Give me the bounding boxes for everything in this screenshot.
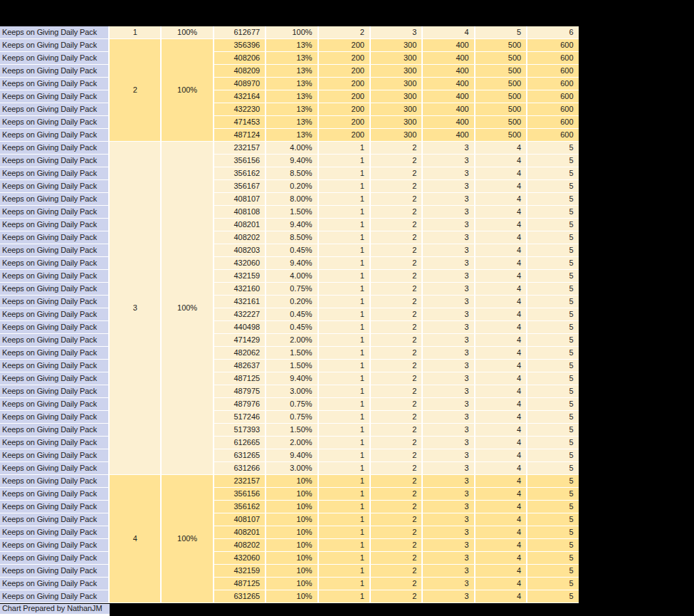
item-id-cell[interactable]: 440498 bbox=[214, 321, 265, 333]
row-label-cell[interactable]: Keeps on Giving Daily Pack bbox=[0, 103, 108, 115]
item-id-cell[interactable]: 408206 bbox=[214, 52, 265, 64]
value-cell[interactable]: 600 bbox=[527, 52, 578, 64]
value-cell[interactable]: 2 bbox=[371, 424, 421, 436]
row-label-cell[interactable]: Keeps on Giving Daily Pack bbox=[0, 26, 108, 38]
value-cell[interactable]: 5 bbox=[527, 155, 578, 167]
value-cell[interactable]: 400 bbox=[423, 78, 473, 90]
value-cell[interactable]: 3 bbox=[423, 513, 473, 526]
percent-cell[interactable]: 8.50% bbox=[266, 231, 317, 244]
value-cell[interactable]: 1 bbox=[319, 475, 369, 487]
value-cell[interactable]: 5 bbox=[527, 296, 578, 308]
value-cell[interactable]: 2 bbox=[371, 347, 421, 359]
item-id-cell[interactable]: 631265 bbox=[214, 449, 265, 461]
value-cell[interactable]: 4 bbox=[475, 219, 526, 231]
percent-cell[interactable]: 0.75% bbox=[266, 283, 317, 295]
value-cell[interactable]: 2 bbox=[371, 244, 421, 256]
value-cell[interactable]: 1 bbox=[319, 526, 369, 538]
value-cell[interactable]: 500 bbox=[475, 129, 526, 141]
value-cell[interactable]: 1 bbox=[319, 385, 369, 397]
percent-cell[interactable]: 10% bbox=[266, 501, 317, 513]
group-percent-cell[interactable]: 100% bbox=[162, 39, 212, 141]
value-cell[interactable]: 1 bbox=[319, 462, 369, 474]
value-cell[interactable]: 1 bbox=[319, 231, 369, 244]
value-cell[interactable]: 5 bbox=[527, 449, 578, 461]
value-cell[interactable]: 5 bbox=[527, 308, 578, 320]
value-cell[interactable]: 2 bbox=[371, 590, 421, 602]
value-cell[interactable]: 5 bbox=[527, 501, 578, 513]
value-cell[interactable]: 1 bbox=[319, 578, 369, 590]
item-id-cell[interactable]: 432227 bbox=[214, 308, 265, 320]
value-cell[interactable]: 5 bbox=[527, 552, 578, 564]
value-cell[interactable]: 4 bbox=[475, 308, 526, 320]
value-cell[interactable]: 5 bbox=[527, 411, 578, 423]
value-cell[interactable]: 3 bbox=[423, 590, 473, 602]
value-cell[interactable]: 2 bbox=[371, 539, 421, 551]
row-label-cell[interactable]: Keeps on Giving Daily Pack bbox=[0, 308, 108, 320]
value-cell[interactable]: 500 bbox=[475, 65, 526, 77]
percent-cell[interactable]: 13% bbox=[266, 90, 317, 103]
group-number-cell[interactable]: 4 bbox=[110, 475, 160, 602]
value-cell[interactable]: 500 bbox=[475, 52, 526, 64]
value-cell[interactable]: 1 bbox=[319, 167, 369, 179]
value-cell[interactable]: 400 bbox=[423, 65, 473, 77]
row-label-cell[interactable]: Keeps on Giving Daily Pack bbox=[0, 65, 108, 77]
percent-cell[interactable]: 10% bbox=[266, 552, 317, 564]
row-label-cell[interactable]: Keeps on Giving Daily Pack bbox=[0, 193, 108, 205]
value-cell[interactable]: 5 bbox=[527, 244, 578, 256]
percent-cell[interactable]: 10% bbox=[266, 565, 317, 577]
value-cell[interactable]: 2 bbox=[371, 385, 421, 397]
value-cell[interactable]: 4 bbox=[475, 578, 526, 590]
percent-cell[interactable]: 1.50% bbox=[266, 347, 317, 359]
value-cell[interactable]: 2 bbox=[371, 283, 421, 295]
item-id-cell[interactable]: 432060 bbox=[214, 552, 265, 564]
value-cell[interactable]: 5 bbox=[527, 219, 578, 231]
value-cell[interactable]: 2 bbox=[371, 552, 421, 564]
item-id-cell[interactable]: 487975 bbox=[214, 385, 265, 397]
value-cell[interactable]: 4 bbox=[475, 488, 526, 500]
item-id-cell[interactable]: 408201 bbox=[214, 526, 265, 538]
value-cell[interactable]: 1 bbox=[319, 565, 369, 577]
value-cell[interactable]: 500 bbox=[475, 90, 526, 103]
value-cell[interactable]: 4 bbox=[423, 26, 473, 38]
percent-cell[interactable]: 0.45% bbox=[266, 244, 317, 256]
value-cell[interactable]: 200 bbox=[319, 39, 369, 51]
value-cell[interactable]: 5 bbox=[527, 372, 578, 385]
value-cell[interactable]: 3 bbox=[423, 296, 473, 308]
value-cell[interactable]: 2 bbox=[371, 180, 421, 192]
row-label-cell[interactable]: Keeps on Giving Daily Pack bbox=[0, 565, 108, 577]
value-cell[interactable]: 200 bbox=[319, 78, 369, 90]
row-label-cell[interactable]: Keeps on Giving Daily Pack bbox=[0, 539, 108, 551]
row-label-cell[interactable]: Keeps on Giving Daily Pack bbox=[0, 526, 108, 538]
percent-cell[interactable]: 13% bbox=[266, 103, 317, 115]
value-cell[interactable]: 400 bbox=[423, 90, 473, 103]
value-cell[interactable]: 600 bbox=[527, 103, 578, 115]
value-cell[interactable]: 2 bbox=[371, 398, 421, 410]
percent-cell[interactable]: 10% bbox=[266, 539, 317, 551]
value-cell[interactable]: 3 bbox=[423, 424, 473, 436]
value-cell[interactable]: 5 bbox=[527, 270, 578, 282]
value-cell[interactable]: 3 bbox=[423, 308, 473, 320]
percent-cell[interactable]: 9.40% bbox=[266, 372, 317, 385]
value-cell[interactable]: 3 bbox=[423, 257, 473, 269]
value-cell[interactable]: 1 bbox=[319, 347, 369, 359]
value-cell[interactable]: 1 bbox=[319, 219, 369, 231]
percent-cell[interactable]: 10% bbox=[266, 475, 317, 487]
row-label-cell[interactable]: Keeps on Giving Daily Pack bbox=[0, 372, 108, 385]
value-cell[interactable]: 1 bbox=[319, 552, 369, 564]
row-label-cell[interactable]: Keeps on Giving Daily Pack bbox=[0, 552, 108, 564]
item-id-cell[interactable]: 432164 bbox=[214, 90, 265, 103]
item-id-cell[interactable]: 487125 bbox=[214, 578, 265, 590]
item-id-cell[interactable]: 482062 bbox=[214, 347, 265, 359]
value-cell[interactable]: 4 bbox=[475, 142, 526, 154]
value-cell[interactable]: 4 bbox=[475, 526, 526, 538]
value-cell[interactable]: 3 bbox=[423, 411, 473, 423]
row-label-cell[interactable]: Keeps on Giving Daily Pack bbox=[0, 513, 108, 526]
value-cell[interactable]: 4 bbox=[475, 437, 526, 449]
value-cell[interactable]: 400 bbox=[423, 103, 473, 115]
value-cell[interactable]: 5 bbox=[527, 231, 578, 244]
value-cell[interactable]: 500 bbox=[475, 39, 526, 51]
value-cell[interactable]: 2 bbox=[371, 296, 421, 308]
item-id-cell[interactable]: 432060 bbox=[214, 257, 265, 269]
value-cell[interactable]: 4 bbox=[475, 244, 526, 256]
item-id-cell[interactable]: 356162 bbox=[214, 501, 265, 513]
